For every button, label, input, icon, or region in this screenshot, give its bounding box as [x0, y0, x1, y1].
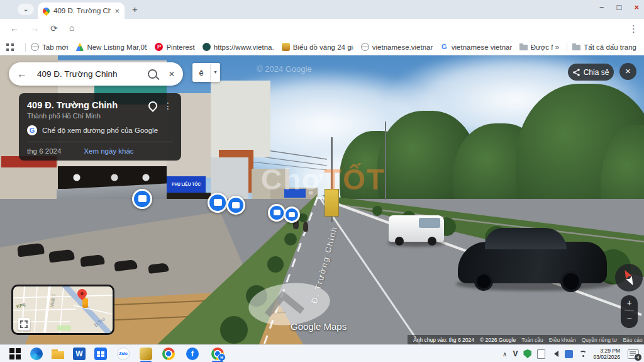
see-other-dates-link[interactable]: Xem ngày khác	[84, 147, 133, 155]
card-footer: thg 6 2024 Xem ngày khác	[27, 142, 173, 161]
divider	[25, 43, 26, 52]
active-tab[interactable]: 409 Đ. Trường Chinh - Google ×	[38, 3, 125, 19]
attribution-bar: Ảnh chụp vào: thg 6 2024 © 2026 Google T…	[408, 335, 644, 344]
compass-control[interactable]	[615, 264, 643, 291]
chrome-profile-icon[interactable]: H	[211, 348, 224, 360]
place-subtitle: Thành phố Hồ Chí Minh	[27, 112, 173, 120]
speaker-icon[interactable]	[551, 351, 558, 357]
zalo-icon[interactable]: Zalo	[117, 348, 130, 360]
bookmark-vietnamese-site[interactable]: vietnamese.vietnam...	[361, 43, 433, 51]
folder-icon	[519, 43, 528, 51]
gold-app-icon[interactable]	[140, 348, 152, 360]
app-tray-icon[interactable]	[565, 350, 573, 358]
bookmark-tab-moi[interactable]: Tab mới	[31, 43, 68, 51]
desktop: ⌄ 409 Đ. Trường Chinh - Google × + − □ ×…	[0, 0, 644, 362]
place-marker-icon[interactable]	[208, 193, 228, 213]
facebook-icon[interactable]: f	[186, 348, 199, 360]
wheel	[474, 272, 493, 291]
card-menu-icon[interactable]: ⋮	[164, 101, 172, 111]
motorbike-rider	[303, 222, 308, 232]
bookmarks-overflow-icon[interactable]: »	[555, 43, 560, 52]
google-maps-watermark: Google Maps	[291, 321, 347, 332]
wifi-icon[interactable]	[579, 351, 587, 358]
place-marker-icon[interactable]	[132, 189, 152, 209]
tab-close-icon[interactable]: ×	[114, 6, 119, 16]
search-input[interactable]: 409 Đ. Trường Chinh	[37, 69, 148, 79]
wheel	[395, 237, 404, 246]
van-windshield	[419, 218, 440, 228]
clear-search-icon[interactable]: ×	[169, 68, 175, 81]
gold-icon	[282, 43, 290, 51]
bookmark-gold-chart[interactable]: Biểu đồ vàng 24 giờ...	[282, 43, 353, 51]
search-box[interactable]: ← 409 Đ. Trường Chinh ×	[9, 62, 183, 86]
street-view-canvas[interactable]: © 2024 Google PHỤ LIỆU TÓC	[0, 55, 644, 344]
browser-toolbar: ← → ⟳ ⌂ google.com/maps/@10.837457,106.6…	[0, 19, 644, 39]
expand-map-button[interactable]	[18, 318, 30, 331]
link-region[interactable]: Toàn cầu	[521, 337, 543, 343]
apps-grid-icon[interactable]	[6, 43, 14, 51]
minimap[interactable]: KP6 Nhất 1 Đ.Trư	[11, 285, 114, 335]
back-arrow-icon[interactable]: ←	[17, 69, 27, 80]
google-logo-icon: G	[27, 125, 37, 135]
taskbar-clock[interactable]: 3:29 PM 03/02/2026	[593, 348, 620, 360]
zoom-in-button[interactable]: +	[621, 295, 638, 310]
provider-row: G Chế độ xem đường phố của Google	[27, 125, 173, 135]
bookmark-vietna[interactable]: https://www.vietna...	[203, 43, 274, 51]
share-button[interactable]: Chia sẻ	[568, 64, 614, 81]
place-marker-icon[interactable]	[284, 206, 300, 223]
security-shield-icon[interactable]	[523, 349, 531, 358]
reload-button[interactable]: ⟳	[50, 23, 58, 33]
maximize-button[interactable]: □	[617, 3, 622, 12]
place-info-card: 409 Đ. Trường Chinh Thành phố Hồ Chí Min…	[19, 93, 181, 161]
all-bookmarks-folder[interactable]: Tất cả dấu trang	[572, 43, 636, 51]
edge-icon[interactable]	[30, 348, 43, 360]
search-icon[interactable]	[148, 69, 157, 79]
close-streetview-button[interactable]: ×	[619, 63, 636, 80]
place-marker-icon[interactable]	[226, 196, 245, 215]
tab-title: 409 Đ. Trường Chinh - Google	[53, 7, 111, 14]
tray-expand-icon[interactable]: ∧	[502, 351, 507, 358]
forward-button[interactable]: →	[30, 23, 39, 33]
globe-icon	[361, 43, 369, 51]
new-tab-button[interactable]: +	[132, 4, 138, 14]
zoom-control: + −	[621, 295, 638, 328]
link-privacy[interactable]: Quyền riêng tư	[582, 337, 618, 343]
bookmark-folder-ie[interactable]: Được Nhập từ IE	[519, 43, 553, 51]
notification-badge: 4	[635, 354, 641, 361]
link-terms[interactable]: Điều khoản	[549, 337, 576, 343]
time: 3:29 PM	[593, 348, 620, 354]
tab-search-button[interactable]: ⌄	[18, 4, 34, 15]
google-maps-favicon	[42, 6, 52, 16]
pegman-icon[interactable]	[82, 298, 88, 308]
unikey-icon[interactable]: V	[513, 349, 518, 358]
start-button[interactable]	[9, 348, 21, 360]
bookmarks-group: Tab mới New Listing Mar,05... PPinterest…	[31, 43, 553, 51]
compass-needle	[618, 266, 640, 290]
link-report[interactable]: Báo cáo vấn đề	[623, 337, 644, 343]
place-marker-icon[interactable]	[268, 204, 286, 222]
document-tray-icon[interactable]	[537, 349, 545, 359]
bookmarks-bar: Tab mới New Listing Mar,05... PPinterest…	[0, 39, 644, 55]
zoom-out-button[interactable]: −	[621, 311, 638, 327]
google-g-icon: G	[440, 43, 448, 51]
bookmark-new-listing[interactable]: New Listing Mar,05...	[75, 43, 147, 51]
ime-indicator[interactable]: ê ▾	[192, 63, 220, 82]
black-sedan	[458, 242, 607, 283]
notification-center-icon[interactable]: 4	[628, 349, 639, 359]
folder-icon	[572, 43, 580, 51]
back-button[interactable]: ←	[10, 23, 19, 33]
file-explorer-icon[interactable]	[52, 348, 64, 360]
bookmark-pinterest[interactable]: PPinterest	[155, 43, 194, 51]
close-window-button[interactable]: ×	[634, 3, 639, 12]
minimize-button[interactable]: −	[599, 3, 604, 12]
bookmark-vietnamese-search[interactable]: Gvietnamese vietnam...	[440, 43, 512, 51]
caret-icon[interactable]: ▾	[210, 64, 220, 81]
white-van	[389, 215, 444, 242]
date: 03/02/2026	[593, 354, 620, 360]
browser-menu-icon[interactable]: ⋮	[629, 23, 638, 35]
microsoft-store-icon[interactable]	[94, 348, 107, 360]
capture-date-label: thg 6 2024	[27, 147, 61, 155]
chrome-icon[interactable]	[162, 348, 175, 360]
home-button[interactable]: ⌂	[69, 23, 74, 33]
word-icon[interactable]: W	[73, 348, 86, 360]
